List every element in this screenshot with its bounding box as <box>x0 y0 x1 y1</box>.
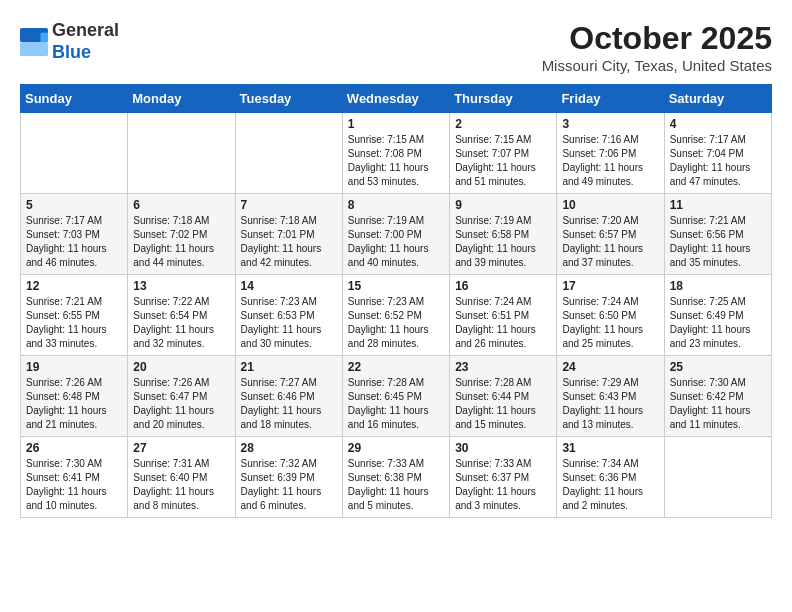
calendar-cell <box>664 437 771 518</box>
calendar-cell: 29Sunrise: 7:33 AM Sunset: 6:38 PM Dayli… <box>342 437 449 518</box>
day-number: 15 <box>348 279 444 293</box>
cell-info: Sunrise: 7:17 AM Sunset: 7:04 PM Dayligh… <box>670 133 766 189</box>
day-number: 28 <box>241 441 337 455</box>
calendar-header-row: SundayMondayTuesdayWednesdayThursdayFrid… <box>21 85 772 113</box>
calendar-week-row: 5Sunrise: 7:17 AM Sunset: 7:03 PM Daylig… <box>21 194 772 275</box>
calendar-week-row: 19Sunrise: 7:26 AM Sunset: 6:48 PM Dayli… <box>21 356 772 437</box>
day-number: 8 <box>348 198 444 212</box>
cell-info: Sunrise: 7:23 AM Sunset: 6:52 PM Dayligh… <box>348 295 444 351</box>
calendar-cell: 14Sunrise: 7:23 AM Sunset: 6:53 PM Dayli… <box>235 275 342 356</box>
calendar-cell: 17Sunrise: 7:24 AM Sunset: 6:50 PM Dayli… <box>557 275 664 356</box>
calendar-cell: 18Sunrise: 7:25 AM Sunset: 6:49 PM Dayli… <box>664 275 771 356</box>
cell-info: Sunrise: 7:28 AM Sunset: 6:45 PM Dayligh… <box>348 376 444 432</box>
cell-info: Sunrise: 7:21 AM Sunset: 6:56 PM Dayligh… <box>670 214 766 270</box>
calendar-cell: 22Sunrise: 7:28 AM Sunset: 6:45 PM Dayli… <box>342 356 449 437</box>
calendar-cell <box>235 113 342 194</box>
calendar-week-row: 26Sunrise: 7:30 AM Sunset: 6:41 PM Dayli… <box>21 437 772 518</box>
cell-info: Sunrise: 7:24 AM Sunset: 6:50 PM Dayligh… <box>562 295 658 351</box>
cell-info: Sunrise: 7:18 AM Sunset: 7:01 PM Dayligh… <box>241 214 337 270</box>
day-number: 30 <box>455 441 551 455</box>
day-number: 7 <box>241 198 337 212</box>
cell-info: Sunrise: 7:33 AM Sunset: 6:37 PM Dayligh… <box>455 457 551 513</box>
calendar-cell: 7Sunrise: 7:18 AM Sunset: 7:01 PM Daylig… <box>235 194 342 275</box>
day-number: 12 <box>26 279 122 293</box>
cell-info: Sunrise: 7:17 AM Sunset: 7:03 PM Dayligh… <box>26 214 122 270</box>
day-number: 26 <box>26 441 122 455</box>
calendar-day-header: Thursday <box>450 85 557 113</box>
day-number: 31 <box>562 441 658 455</box>
day-number: 18 <box>670 279 766 293</box>
logo-general-text: General <box>52 20 119 42</box>
cell-info: Sunrise: 7:31 AM Sunset: 6:40 PM Dayligh… <box>133 457 229 513</box>
day-number: 10 <box>562 198 658 212</box>
calendar-cell: 11Sunrise: 7:21 AM Sunset: 6:56 PM Dayli… <box>664 194 771 275</box>
day-number: 14 <box>241 279 337 293</box>
svg-rect-1 <box>20 42 48 56</box>
calendar-day-header: Wednesday <box>342 85 449 113</box>
logo-icon <box>20 28 48 56</box>
cell-info: Sunrise: 7:33 AM Sunset: 6:38 PM Dayligh… <box>348 457 444 513</box>
location: Missouri City, Texas, United States <box>542 57 772 74</box>
calendar-day-header: Saturday <box>664 85 771 113</box>
day-number: 17 <box>562 279 658 293</box>
cell-info: Sunrise: 7:22 AM Sunset: 6:54 PM Dayligh… <box>133 295 229 351</box>
day-number: 24 <box>562 360 658 374</box>
cell-info: Sunrise: 7:15 AM Sunset: 7:07 PM Dayligh… <box>455 133 551 189</box>
calendar-cell: 3Sunrise: 7:16 AM Sunset: 7:06 PM Daylig… <box>557 113 664 194</box>
day-number: 21 <box>241 360 337 374</box>
day-number: 13 <box>133 279 229 293</box>
calendar-cell: 21Sunrise: 7:27 AM Sunset: 6:46 PM Dayli… <box>235 356 342 437</box>
calendar-day-header: Monday <box>128 85 235 113</box>
calendar-cell <box>21 113 128 194</box>
day-number: 29 <box>348 441 444 455</box>
cell-info: Sunrise: 7:30 AM Sunset: 6:41 PM Dayligh… <box>26 457 122 513</box>
calendar-cell <box>128 113 235 194</box>
calendar-week-row: 1Sunrise: 7:15 AM Sunset: 7:08 PM Daylig… <box>21 113 772 194</box>
calendar-cell: 23Sunrise: 7:28 AM Sunset: 6:44 PM Dayli… <box>450 356 557 437</box>
calendar-day-header: Friday <box>557 85 664 113</box>
cell-info: Sunrise: 7:19 AM Sunset: 7:00 PM Dayligh… <box>348 214 444 270</box>
cell-info: Sunrise: 7:26 AM Sunset: 6:48 PM Dayligh… <box>26 376 122 432</box>
calendar-day-header: Tuesday <box>235 85 342 113</box>
day-number: 5 <box>26 198 122 212</box>
day-number: 2 <box>455 117 551 131</box>
svg-marker-2 <box>41 32 48 41</box>
cell-info: Sunrise: 7:30 AM Sunset: 6:42 PM Dayligh… <box>670 376 766 432</box>
cell-info: Sunrise: 7:16 AM Sunset: 7:06 PM Dayligh… <box>562 133 658 189</box>
calendar-cell: 30Sunrise: 7:33 AM Sunset: 6:37 PM Dayli… <box>450 437 557 518</box>
day-number: 9 <box>455 198 551 212</box>
day-number: 27 <box>133 441 229 455</box>
calendar-cell: 31Sunrise: 7:34 AM Sunset: 6:36 PM Dayli… <box>557 437 664 518</box>
day-number: 22 <box>348 360 444 374</box>
calendar-cell: 12Sunrise: 7:21 AM Sunset: 6:55 PM Dayli… <box>21 275 128 356</box>
cell-info: Sunrise: 7:28 AM Sunset: 6:44 PM Dayligh… <box>455 376 551 432</box>
cell-info: Sunrise: 7:34 AM Sunset: 6:36 PM Dayligh… <box>562 457 658 513</box>
calendar-cell: 6Sunrise: 7:18 AM Sunset: 7:02 PM Daylig… <box>128 194 235 275</box>
calendar-cell: 9Sunrise: 7:19 AM Sunset: 6:58 PM Daylig… <box>450 194 557 275</box>
day-number: 20 <box>133 360 229 374</box>
calendar-cell: 19Sunrise: 7:26 AM Sunset: 6:48 PM Dayli… <box>21 356 128 437</box>
cell-info: Sunrise: 7:20 AM Sunset: 6:57 PM Dayligh… <box>562 214 658 270</box>
day-number: 25 <box>670 360 766 374</box>
calendar-table: SundayMondayTuesdayWednesdayThursdayFrid… <box>20 84 772 518</box>
day-number: 4 <box>670 117 766 131</box>
day-number: 23 <box>455 360 551 374</box>
calendar-cell: 16Sunrise: 7:24 AM Sunset: 6:51 PM Dayli… <box>450 275 557 356</box>
day-number: 3 <box>562 117 658 131</box>
calendar-cell: 8Sunrise: 7:19 AM Sunset: 7:00 PM Daylig… <box>342 194 449 275</box>
cell-info: Sunrise: 7:27 AM Sunset: 6:46 PM Dayligh… <box>241 376 337 432</box>
calendar-cell: 28Sunrise: 7:32 AM Sunset: 6:39 PM Dayli… <box>235 437 342 518</box>
calendar-cell: 4Sunrise: 7:17 AM Sunset: 7:04 PM Daylig… <box>664 113 771 194</box>
cell-info: Sunrise: 7:32 AM Sunset: 6:39 PM Dayligh… <box>241 457 337 513</box>
day-number: 6 <box>133 198 229 212</box>
cell-info: Sunrise: 7:25 AM Sunset: 6:49 PM Dayligh… <box>670 295 766 351</box>
cell-info: Sunrise: 7:21 AM Sunset: 6:55 PM Dayligh… <box>26 295 122 351</box>
day-number: 19 <box>26 360 122 374</box>
calendar-cell: 2Sunrise: 7:15 AM Sunset: 7:07 PM Daylig… <box>450 113 557 194</box>
title-block: October 2025 Missouri City, Texas, Unite… <box>542 20 772 74</box>
cell-info: Sunrise: 7:29 AM Sunset: 6:43 PM Dayligh… <box>562 376 658 432</box>
cell-info: Sunrise: 7:26 AM Sunset: 6:47 PM Dayligh… <box>133 376 229 432</box>
cell-info: Sunrise: 7:18 AM Sunset: 7:02 PM Dayligh… <box>133 214 229 270</box>
day-number: 11 <box>670 198 766 212</box>
calendar-week-row: 12Sunrise: 7:21 AM Sunset: 6:55 PM Dayli… <box>21 275 772 356</box>
